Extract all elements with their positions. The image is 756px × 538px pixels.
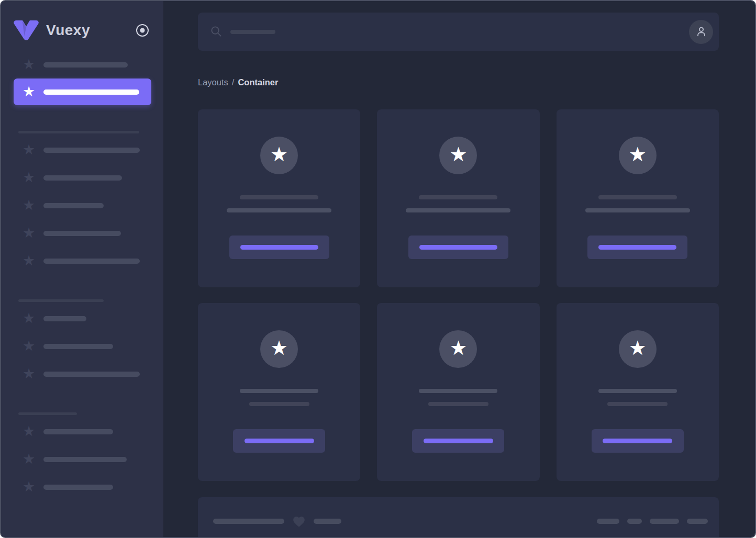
topbar — [198, 13, 719, 51]
breadcrumb: Layouts/Container — [198, 77, 719, 87]
card: ★ — [557, 109, 719, 287]
sidebar-item[interactable]: ★ — [14, 254, 151, 268]
main-content: Layouts/Container ★★★★★★ — [163, 1, 755, 537]
sidebar-item[interactable]: ★ — [14, 199, 151, 212]
text-line-skeleton — [240, 389, 318, 393]
star-icon: ★ — [449, 144, 467, 164]
menu-label-skeleton — [43, 344, 113, 349]
footer-panel — [198, 497, 719, 538]
brand: Vuexy — [14, 20, 151, 41]
card-action-button[interactable] — [587, 236, 687, 259]
sidebar-item-active[interactable]: ★ — [14, 79, 151, 105]
footer-text-skeleton — [314, 519, 341, 524]
sidebar-item[interactable]: ★ — [14, 453, 151, 466]
breadcrumb-separator: / — [232, 77, 235, 87]
star-icon: ★ — [270, 338, 288, 358]
button-label-skeleton — [603, 439, 672, 443]
star-icon: ★ — [22, 340, 36, 352]
text-line-skeleton — [240, 195, 318, 199]
button-label-skeleton — [240, 245, 318, 250]
avatar-circle: ★ — [619, 330, 657, 368]
text-line-skeleton — [249, 402, 309, 406]
sidebar-item[interactable]: ★ — [14, 340, 151, 353]
avatar-circle: ★ — [619, 137, 657, 174]
menu-section-header-skeleton — [18, 299, 104, 302]
star-icon: ★ — [22, 227, 36, 239]
footer-link-skeleton — [597, 519, 619, 524]
star-icon: ★ — [22, 199, 36, 211]
radio-dot-icon[interactable] — [135, 23, 150, 38]
star-icon: ★ — [22, 480, 36, 493]
sidebar: Vuexy ★★★★★★★★★★★★★ — [1, 1, 163, 537]
text-line-skeleton — [227, 208, 331, 212]
star-icon: ★ — [22, 425, 36, 438]
text-line-skeleton — [419, 195, 497, 199]
card-action-button[interactable] — [412, 429, 504, 453]
sidebar-item[interactable]: ★ — [14, 171, 151, 185]
footer-link-skeleton — [627, 519, 642, 524]
star-icon: ★ — [22, 254, 36, 267]
star-icon: ★ — [22, 143, 36, 156]
sidebar-item[interactable]: ★ — [14, 227, 151, 240]
app-window: Vuexy ★★★★★★★★★★★★★ — [0, 0, 756, 538]
text-line-skeleton — [406, 208, 510, 212]
menu-label-skeleton — [43, 259, 140, 264]
breadcrumb-parent[interactable]: Layouts — [198, 77, 228, 87]
menu-label-skeleton — [43, 89, 139, 95]
heart-icon — [292, 515, 306, 528]
avatar-circle: ★ — [260, 137, 298, 174]
star-icon: ★ — [270, 144, 288, 164]
brand-name: Vuexy — [46, 22, 90, 39]
card-action-button[interactable] — [592, 429, 684, 453]
card-action-button[interactable] — [408, 236, 508, 259]
sidebar-item[interactable]: ★ — [14, 312, 151, 326]
sidebar-item[interactable]: ★ — [14, 480, 151, 494]
person-icon — [695, 25, 708, 38]
card: ★ — [377, 303, 539, 481]
star-icon: ★ — [629, 338, 647, 358]
menu-label-skeleton — [43, 316, 86, 321]
text-line-skeleton — [607, 402, 668, 406]
star-icon: ★ — [22, 367, 36, 380]
user-avatar-button[interactable] — [689, 20, 713, 44]
menu-label-skeleton — [43, 62, 128, 68]
vuexy-logo-icon[interactable] — [14, 20, 39, 40]
footer-link-skeleton — [687, 519, 708, 524]
text-line-skeleton — [585, 208, 690, 212]
button-label-skeleton — [244, 439, 314, 443]
card: ★ — [198, 303, 360, 481]
text-line-skeleton — [598, 195, 677, 199]
footer-right-group — [597, 514, 708, 528]
card: ★ — [377, 109, 539, 287]
cards-grid: ★★★★★★ — [198, 109, 719, 481]
text-line-skeleton — [428, 402, 488, 406]
star-icon: ★ — [22, 312, 36, 324]
button-label-skeleton — [424, 439, 493, 443]
search-input[interactable] — [210, 13, 689, 51]
sidebar-item[interactable]: ★ — [14, 58, 151, 72]
sidebar-item[interactable]: ★ — [14, 367, 151, 381]
button-label-skeleton — [419, 245, 497, 250]
star-icon: ★ — [22, 85, 36, 98]
search-placeholder-skeleton — [230, 30, 275, 34]
footer-text-skeleton — [213, 519, 284, 524]
text-line-skeleton — [598, 389, 677, 393]
star-icon: ★ — [22, 453, 36, 465]
card: ★ — [557, 303, 719, 481]
star-icon: ★ — [449, 338, 467, 358]
card: ★ — [198, 109, 360, 287]
menu-label-skeleton — [43, 457, 127, 462]
card-action-button[interactable] — [229, 236, 329, 259]
footer-link-skeleton — [650, 519, 679, 524]
menu-label-skeleton — [43, 372, 140, 377]
footer-left-group — [213, 514, 341, 528]
star-icon: ★ — [629, 144, 647, 164]
card-action-button[interactable] — [233, 429, 325, 453]
sidebar-item[interactable]: ★ — [14, 143, 151, 157]
text-line-skeleton — [419, 389, 497, 393]
breadcrumb-current: Container — [238, 77, 278, 87]
menu-label-skeleton — [43, 231, 121, 236]
sidebar-item[interactable]: ★ — [14, 425, 151, 439]
star-icon: ★ — [22, 171, 36, 184]
avatar-circle: ★ — [260, 330, 298, 368]
